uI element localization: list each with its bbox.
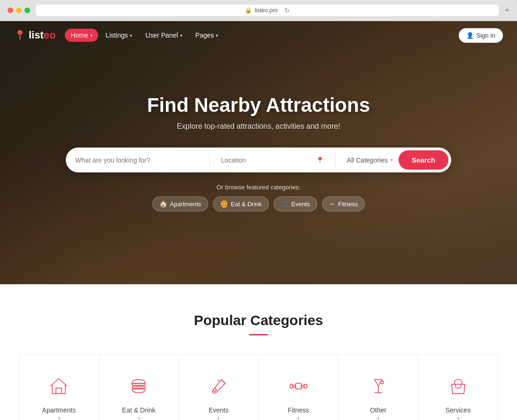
pill-events-label: Events <box>291 201 310 208</box>
user-icon: 👤 <box>466 32 474 39</box>
pill-events[interactable]: 🎵 Events <box>274 196 317 211</box>
featured-category-pills: 🏠 Apartments 🍔 Eat & Drink 🎵 Events <box>66 196 451 211</box>
nav-item-user-panel[interactable]: User Panel ▾ <box>140 29 188 42</box>
pill-eat-drink-label: Eat & Drink <box>231 201 262 208</box>
pill-apartments-label: Apartments <box>170 201 201 208</box>
hero-content: Find Nearby Attractions Explore top-rate… <box>56 94 461 211</box>
hero-title: Find Nearby Attractions <box>66 94 451 117</box>
house-svg <box>48 376 69 397</box>
category-count-events: 1 <box>217 416 220 420</box>
minimize-button[interactable] <box>16 8 22 13</box>
location-pin-icon: 📍 <box>316 156 324 164</box>
browse-categories: Or browse featured categories: 🏠 Apartme… <box>66 184 451 211</box>
category-count-fitness: 1 <box>297 416 300 420</box>
maximize-button[interactable] <box>24 8 30 13</box>
browse-label: Or browse featured categories: <box>66 184 451 191</box>
category-card-services[interactable]: Services 3 <box>418 355 498 420</box>
category-card-fitness[interactable]: Fitness 1 <box>258 355 338 420</box>
nav-user-panel-label: User Panel <box>145 31 178 39</box>
category-name-events: Events <box>209 406 229 414</box>
fitness-icon: ↔ <box>329 200 336 208</box>
svg-line-4 <box>218 380 219 381</box>
chevron-down-icon: ▾ <box>391 157 393 163</box>
category-card-apartments[interactable]: Apartments 2 <box>19 355 99 420</box>
svg-rect-0 <box>132 383 145 385</box>
category-label: All Categories <box>347 156 388 164</box>
section-header: Popular Categories <box>19 312 498 335</box>
location-input[interactable] <box>221 156 313 164</box>
category-count-apartments: 2 <box>57 416 61 420</box>
category-card-other[interactable]: Other 1 <box>338 355 418 420</box>
category-name-fitness: Fitness <box>288 406 309 414</box>
svg-line-3 <box>221 380 225 383</box>
page-content: 📍 listeo Home ▾ Listings ▾ User Panel ▾ <box>0 21 517 420</box>
nav-home-label: Home <box>70 31 88 39</box>
fitness-icon <box>286 373 311 399</box>
pill-eat-drink[interactable]: 🍔 Eat & Drink <box>213 196 269 211</box>
chevron-down-icon: ▾ <box>90 33 93 38</box>
signin-label: Sign In <box>477 32 495 39</box>
category-count-services: 3 <box>456 416 460 420</box>
close-button[interactable] <box>8 8 13 13</box>
hero-subtitle: Explore top-rated attractions, activitie… <box>66 122 451 131</box>
cocktail-svg <box>368 376 389 397</box>
logo-pin-icon: 📍 <box>14 30 26 41</box>
svg-point-2 <box>213 389 216 391</box>
category-card-events[interactable]: Events 1 <box>179 355 259 420</box>
pill-fitness[interactable]: ↔ Fitness <box>322 196 365 211</box>
nav-links: Home ▾ Listings ▾ User Panel ▾ Pages ▾ <box>65 29 458 42</box>
search-divider <box>209 154 210 167</box>
pill-fitness-label: Fitness <box>338 201 358 208</box>
apartments-icon: 🏠 <box>159 200 167 208</box>
popular-section: Popular Categories Apartments 2 <box>0 284 517 420</box>
nav-item-home[interactable]: Home ▾ <box>65 29 98 42</box>
category-select[interactable]: All Categories ▾ <box>341 156 399 164</box>
browser-window: 🔒 listeo.pro ↻ + 📍 listeo Home ▾ <box>0 0 517 420</box>
category-name-eat-drink: Eat & Drink <box>122 406 156 414</box>
other-icon <box>366 373 391 399</box>
section-underline <box>249 334 268 335</box>
eat-drink-icon: 🍔 <box>220 200 228 208</box>
search-bar: 📍 All Categories ▾ Search <box>66 148 451 172</box>
chevron-down-icon: ▾ <box>216 33 218 38</box>
guitar-svg <box>208 376 229 397</box>
category-card-eat-drink[interactable]: Eat & Drink 3 <box>99 355 179 420</box>
navbar: 📍 listeo Home ▾ Listings ▾ User Panel ▾ <box>0 21 517 49</box>
new-tab-button[interactable]: + <box>504 6 509 16</box>
logo-text: listeo <box>29 29 55 41</box>
dumbbell-svg <box>288 376 309 397</box>
nav-pages-label: Pages <box>196 31 214 39</box>
svg-rect-1 <box>132 386 145 388</box>
address-bar[interactable]: 🔒 listeo.pro ↻ <box>36 5 499 16</box>
logo[interactable]: 📍 listeo <box>14 29 55 41</box>
svg-point-13 <box>381 381 384 384</box>
url-text: listeo.pro <box>255 7 278 14</box>
services-icon <box>446 373 471 399</box>
traffic-lights <box>8 8 30 13</box>
category-name-apartments: Apartments <box>42 406 76 414</box>
nav-listings-label: Listings <box>106 31 128 39</box>
svg-rect-10 <box>304 384 307 388</box>
svg-rect-7 <box>293 385 296 387</box>
apartments-icon <box>46 373 71 399</box>
svg-rect-6 <box>290 384 293 388</box>
section-title: Popular Categories <box>19 312 498 328</box>
search-button[interactable]: Search <box>399 150 448 170</box>
svg-line-5 <box>223 383 225 385</box>
chevron-down-icon: ▾ <box>180 33 182 38</box>
lock-icon: 🔒 <box>245 7 252 14</box>
nav-item-listings[interactable]: Listings ▾ <box>100 29 138 42</box>
svg-rect-9 <box>301 385 304 387</box>
categories-grid: Apartments 2 Eat & Drink 3 <box>19 354 498 420</box>
category-name-other: Other <box>370 406 386 414</box>
nav-item-pages[interactable]: Pages ▾ <box>190 29 224 42</box>
category-count-other: 1 <box>376 416 380 420</box>
browser-toolbar: 🔒 listeo.pro ↻ + <box>0 0 517 21</box>
signin-button[interactable]: 👤 Sign In <box>459 28 503 43</box>
pill-apartments[interactable]: 🏠 Apartments <box>152 196 208 211</box>
bag-svg <box>448 376 469 397</box>
search-input[interactable] <box>75 156 204 164</box>
burger-svg <box>128 376 149 397</box>
category-name-services: Services <box>446 406 471 414</box>
reload-button[interactable]: ↻ <box>284 7 290 14</box>
